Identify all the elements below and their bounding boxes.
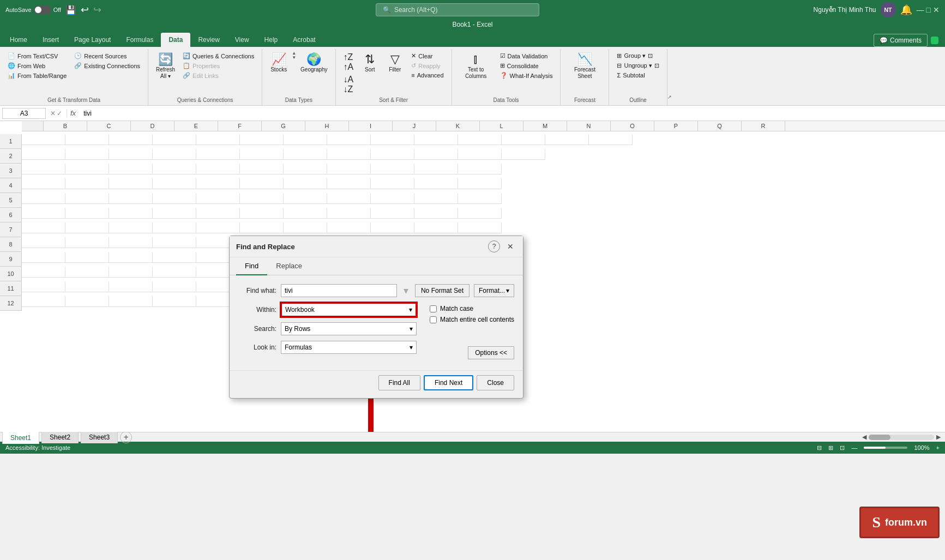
clear-button[interactable]: ✕ Clear: [408, 51, 447, 61]
advanced-button[interactable]: ≡ Advanced: [408, 71, 447, 80]
undo-icon[interactable]: ↩: [81, 4, 89, 16]
recent-sources-icon: 🕒: [74, 52, 82, 59]
tab-page-layout[interactable]: Page Layout: [67, 33, 118, 47]
minimize-icon[interactable]: —: [917, 5, 924, 14]
queries-connections-button[interactable]: 🔄 Queries & Connections: [179, 51, 257, 61]
title-bar-right: Nguyễn Thị Minh Thu NT 🔔 — □ ✕: [814, 2, 940, 17]
sort-button[interactable]: ⇅ Sort: [358, 51, 382, 75]
filter-label: Filter: [389, 67, 401, 73]
data-types-scroll-down[interactable]: ▼: [292, 56, 296, 60]
dialog-help-button[interactable]: ?: [488, 240, 500, 252]
recent-sources-button[interactable]: 🕒 Recent Sources: [71, 51, 143, 61]
from-web-button[interactable]: 🌐 From Web: [4, 61, 70, 70]
tab-find[interactable]: Find: [236, 257, 267, 275]
zoom-in-icon[interactable]: +: [936, 444, 940, 451]
comments-button[interactable]: 💬 Comments: [874, 34, 928, 47]
match-case-input[interactable]: [430, 305, 437, 312]
horizontal-scrollbar[interactable]: [869, 435, 934, 440]
reapply-button[interactable]: ↺ Reapply: [408, 61, 447, 70]
cancel-formula-icon[interactable]: ✕: [50, 110, 56, 117]
match-case-label: Match case: [440, 305, 473, 312]
what-if-analysis-button[interactable]: ❓ What-If Analysis: [497, 71, 556, 80]
dialog-close-button[interactable]: ✕: [504, 240, 516, 252]
tab-home[interactable]: Home: [2, 33, 35, 47]
search-dropdown[interactable]: By Rows ▾: [281, 322, 417, 335]
clear-label: Clear: [418, 53, 432, 59]
confirm-formula-icon[interactable]: ✓: [57, 110, 62, 117]
within-value: Workbook: [285, 306, 315, 314]
from-web-icon: 🌐: [8, 62, 15, 69]
notification-icon[interactable]: 🔔: [900, 4, 912, 16]
view-layout-icon[interactable]: ⊞: [828, 444, 833, 451]
redo-icon[interactable]: ↪: [93, 4, 101, 16]
edit-links-button[interactable]: 🔗 Edit Links: [179, 71, 257, 80]
format-button[interactable]: Format... ▾: [474, 284, 514, 297]
geography-button[interactable]: 🌍 Geography: [297, 51, 330, 75]
subtotal-button[interactable]: Σ Subtotal: [613, 71, 662, 80]
from-text-csv-button[interactable]: 📄 From Text/CSV: [4, 51, 70, 61]
col-header-l: L: [480, 121, 523, 131]
match-case-checkbox[interactable]: Match case: [430, 305, 514, 312]
forecast-sheet-button[interactable]: 📉 Forecast Sheet: [565, 51, 604, 82]
ungroup-button[interactable]: ⊟ Ungroup ▾ ⊡: [613, 61, 662, 70]
tab-data[interactable]: Data: [161, 33, 190, 47]
formula-input[interactable]: [81, 110, 943, 117]
scroll-controls: ◀ ▶: [858, 433, 945, 441]
stocks-button[interactable]: 📈 Stocks: [267, 51, 291, 75]
autosave-switch[interactable]: [34, 5, 51, 14]
outline-launch-icon[interactable]: ↗: [667, 94, 675, 102]
zoom-slider[interactable]: [864, 447, 907, 449]
view-page-icon[interactable]: ⊡: [840, 444, 845, 451]
scroll-left-icon[interactable]: ◀: [862, 433, 866, 441]
scroll-right-icon[interactable]: ▶: [936, 433, 941, 441]
match-entire-checkbox[interactable]: Match entire cell contents: [430, 316, 514, 323]
tab-insert[interactable]: Insert: [35, 33, 67, 47]
col-header-j: J: [393, 121, 436, 131]
autosave-toggle[interactable]: AutoSave Off: [5, 5, 61, 14]
find-all-button[interactable]: Find All: [378, 375, 420, 390]
find-what-input[interactable]: [281, 284, 397, 297]
text-to-columns-button[interactable]: ⫿ Text to Columns: [456, 51, 496, 82]
search-box[interactable]: 🔍 Search (Alt+Q): [376, 3, 539, 16]
sheet-tab-sheet3[interactable]: Sheet3: [81, 431, 118, 443]
share-icon[interactable]: [931, 37, 938, 44]
tab-review[interactable]: Review: [190, 33, 227, 47]
close-dialog-button[interactable]: Close: [477, 375, 514, 390]
search-icon: 🔍: [383, 6, 391, 14]
zoom-out-icon[interactable]: —: [851, 444, 857, 451]
data-validation-button[interactable]: ☑ Data Validation: [497, 51, 556, 61]
within-label: Within:: [238, 306, 276, 314]
consolidate-button[interactable]: ⊞ Consolidate: [497, 61, 556, 70]
view-normal-icon[interactable]: ⊟: [817, 444, 822, 451]
save-icon[interactable]: 💾: [65, 5, 76, 15]
properties-button[interactable]: 📋 Properties: [179, 61, 257, 70]
maximize-icon[interactable]: □: [926, 5, 931, 14]
existing-connections-button[interactable]: 🔗 Existing Connections: [71, 61, 143, 70]
filter-button[interactable]: ▽ Filter: [383, 51, 407, 75]
scrollbar-thumb[interactable]: [869, 435, 890, 440]
match-entire-input[interactable]: [430, 316, 437, 323]
sheet-tab-sheet2[interactable]: Sheet2: [41, 431, 79, 443]
reapply-label: Reapply: [418, 63, 440, 69]
within-dropdown[interactable]: Workbook ▾: [281, 303, 417, 317]
no-format-button[interactable]: No Format Set: [415, 284, 470, 297]
name-box[interactable]: [2, 108, 46, 119]
tab-help[interactable]: Help: [257, 33, 286, 47]
find-next-button[interactable]: Find Next: [424, 375, 473, 390]
sort-asc-button[interactable]: ↑Z↑A: [340, 51, 357, 73]
sort-desc-button[interactable]: ↓A↓Z: [340, 74, 357, 95]
tab-replace[interactable]: Replace: [267, 257, 311, 275]
look-in-dropdown[interactable]: Formulas ▾: [281, 341, 417, 354]
col-header-p: P: [654, 121, 698, 131]
tab-acrobat[interactable]: Acrobat: [285, 33, 323, 47]
close-window-icon[interactable]: ✕: [933, 5, 940, 14]
find-what-dropdown-icon[interactable]: ▾: [401, 285, 411, 297]
group-button[interactable]: ⊞ Group ▾ ⊡: [613, 51, 662, 61]
tab-view[interactable]: View: [227, 33, 257, 47]
refresh-all-button[interactable]: 🔄 RefreshAll ▾: [153, 51, 178, 82]
tab-formulas[interactable]: Formulas: [118, 33, 161, 47]
add-sheet-button[interactable]: +: [120, 431, 132, 443]
sheet-tab-sheet1[interactable]: Sheet1: [2, 430, 39, 444]
from-table-button[interactable]: 📊 From Table/Range: [4, 71, 70, 80]
options-button[interactable]: Options <<: [468, 346, 514, 359]
